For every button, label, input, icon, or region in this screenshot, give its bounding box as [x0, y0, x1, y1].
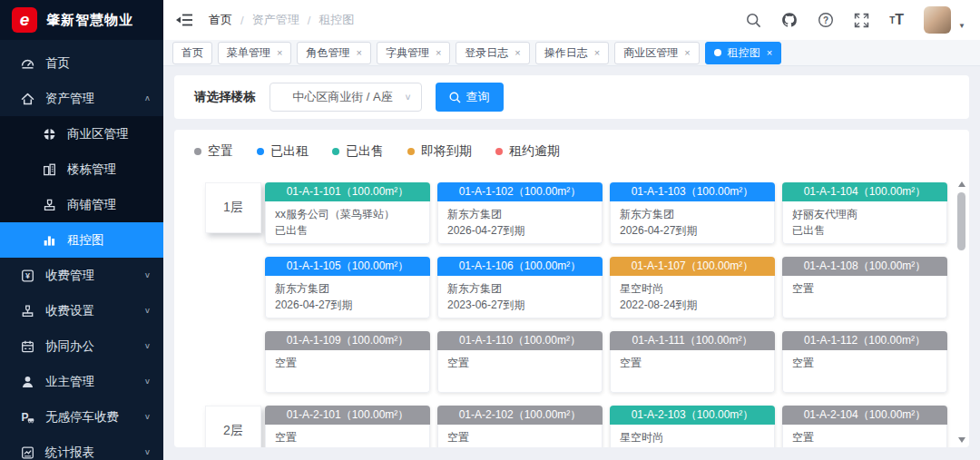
- legend-label: 租约逾期: [509, 143, 560, 160]
- sidebar-item-label: 协同办公: [45, 338, 144, 355]
- room-card-header: 01-A-1-111（100.00m²）: [610, 331, 775, 350]
- room-card[interactable]: 01-A-1-107（100.00m²）星空时尚2022-08-24到期: [610, 257, 775, 318]
- room-card[interactable]: 01-A-1-109（100.00m²）空置: [265, 331, 430, 393]
- room-card[interactable]: 01-A-2-102（100.00m²）空置: [437, 406, 603, 447]
- svg-text:?: ?: [823, 15, 828, 25]
- room-tenant: 空置: [792, 429, 937, 445]
- legend-item-overdue: 租约逾期: [495, 143, 560, 160]
- tab-close-icon[interactable]: ×: [277, 48, 282, 58]
- room-card[interactable]: 01-A-1-106（100.00m²）新东方集团2023-06-27到期: [437, 257, 603, 318]
- panel-scrollbar[interactable]: [956, 181, 967, 443]
- rent-map-viewport: 1层01-A-1-101（100.00m²）xx服务公司（菜鸟驿站）已出售01-…: [192, 182, 951, 447]
- tab[interactable]: 角色管理×: [297, 42, 370, 64]
- sidebar-item[interactable]: P无感停车收费∨: [0, 399, 163, 435]
- room-card-header: 01-A-1-110（100.00m²）: [437, 331, 603, 350]
- room-tenant: 新东方集团: [275, 280, 420, 297]
- sidebar-item-label: 租控图: [67, 232, 151, 249]
- fullscreen-icon[interactable]: [854, 13, 869, 28]
- room-card[interactable]: 01-A-1-108（100.00m²）空置: [782, 257, 947, 318]
- room-card-header: 01-A-1-107（100.00m²）: [610, 257, 775, 276]
- sidebar-item-label: 无感停车收费: [45, 409, 144, 426]
- room-card[interactable]: 01-A-1-111（100.00m²）空置: [610, 331, 775, 393]
- room-card-body: 星空时尚2022-08-24到期: [610, 276, 775, 318]
- sidebar-item[interactable]: 首页: [0, 45, 163, 81]
- sidebar-item-label: 收费设置: [45, 303, 144, 319]
- query-button[interactable]: 查询: [436, 83, 504, 112]
- room-card-body: 空置: [610, 350, 775, 393]
- font-size-icon[interactable]: TT: [889, 12, 904, 28]
- breadcrumb-item: 租控图: [318, 12, 354, 28]
- search-icon[interactable]: [746, 13, 761, 28]
- room-card[interactable]: 01-A-1-104（100.00m²）好丽友代理商已出售: [782, 182, 947, 244]
- tab[interactable]: 字典管理×: [377, 42, 450, 64]
- tab-close-icon[interactable]: ×: [767, 48, 772, 58]
- room-card[interactable]: 01-A-1-101（100.00m²）xx服务公司（菜鸟驿站）已出售: [265, 182, 430, 244]
- room-tenant: 新东方集团: [447, 206, 593, 222]
- scrollbar-thumb[interactable]: [957, 192, 965, 250]
- room-card-body: 新东方集团2026-04-27到期: [265, 276, 430, 318]
- room-tenant: 空置: [275, 429, 420, 445]
- sidebar-item[interactable]: 业主管理∨: [0, 364, 163, 399]
- legend-dot-rented: [257, 148, 264, 155]
- room-card[interactable]: 01-A-1-103（100.00m²）新东方集团2026-04-27到期: [610, 182, 775, 244]
- tab[interactable]: 首页: [172, 42, 212, 64]
- room-card[interactable]: 01-A-1-112（100.00m²）空置: [782, 331, 947, 393]
- floor-group: 1层01-A-1-101（100.00m²）xx服务公司（菜鸟驿站）已出售01-…: [192, 182, 951, 393]
- floor-label: 2层: [205, 406, 261, 447]
- sidebar-item-label: 商铺管理: [67, 197, 151, 213]
- tab[interactable]: 菜单管理×: [218, 42, 291, 64]
- sidebar-item-label: 业主管理: [45, 374, 144, 390]
- sidebar-item-label: 楼栋管理: [67, 161, 151, 178]
- tab-close-icon[interactable]: ×: [594, 48, 600, 58]
- sidebar-item[interactable]: 资产管理∧: [0, 81, 163, 116]
- room-card-header: 01-A-1-101（100.00m²）: [265, 182, 430, 201]
- tab[interactable]: 商业区管理×: [614, 42, 699, 64]
- github-icon[interactable]: [781, 12, 798, 28]
- tab[interactable]: 登录日志×: [456, 42, 529, 64]
- chevron-down-icon: ∨: [144, 413, 151, 421]
- scroll-down-arrow-icon[interactable]: [958, 437, 965, 443]
- scroll-up-arrow-icon[interactable]: [958, 181, 965, 187]
- calendar-icon: [20, 339, 35, 354]
- building-select[interactable]: 中心区商业街 / A座 ∨: [270, 83, 422, 112]
- sidebar-item[interactable]: ¥收费管理∨: [0, 258, 163, 293]
- room-card[interactable]: 01-A-1-102（100.00m²）新东方集团2026-04-27到期: [437, 182, 603, 244]
- tab[interactable]: 租控图×: [705, 42, 781, 64]
- sidebar-item[interactable]: 统计报表∨: [0, 435, 163, 460]
- sidebar-item[interactable]: 租控图: [0, 222, 163, 258]
- room-card[interactable]: 01-A-2-101（100.00m²）空置: [265, 406, 430, 447]
- user-avatar[interactable]: [924, 6, 951, 34]
- chevron-up-icon: ∧: [144, 94, 151, 103]
- building-select-label: 请选择楼栋: [194, 89, 256, 105]
- tab-close-icon[interactable]: ×: [356, 48, 361, 58]
- breadcrumb-separator: /: [240, 14, 244, 27]
- floors-list: 1层01-A-1-101（100.00m²）xx服务公司（菜鸟驿站）已出售01-…: [192, 182, 951, 447]
- sidebar-collapse-icon[interactable]: [176, 14, 192, 26]
- room-card[interactable]: 01-A-2-103（100.00m²）星空时尚: [610, 406, 775, 447]
- legend-label: 已出售: [346, 143, 384, 160]
- sidebar-item[interactable]: 楼栋管理: [0, 152, 163, 187]
- room-tenant: 空置: [275, 355, 420, 371]
- floor-label-column: 2层: [192, 406, 265, 447]
- sidebar-item[interactable]: 商业区管理: [0, 116, 163, 152]
- tab[interactable]: 操作日志×: [535, 42, 609, 64]
- user-icon: [20, 375, 35, 389]
- tab-label: 登录日志: [465, 45, 508, 61]
- tab-close-icon[interactable]: ×: [436, 48, 441, 58]
- room-card[interactable]: 01-A-1-110（100.00m²）空置: [437, 331, 603, 393]
- room-status-text: 已出售: [275, 222, 420, 239]
- tab-close-icon[interactable]: ×: [514, 48, 520, 58]
- room-card-header: 01-A-2-102（100.00m²）: [437, 406, 603, 425]
- help-icon[interactable]: ?: [818, 12, 834, 28]
- sidebar-item[interactable]: 收费设置∨: [0, 293, 163, 328]
- room-tenant: 空置: [792, 355, 937, 371]
- app-logo: e 肇新智慧物业: [0, 0, 163, 40]
- sidebar-item[interactable]: 协同办公∨: [0, 328, 163, 364]
- room-card[interactable]: 01-A-2-104（100.00m²）空置: [782, 406, 947, 447]
- breadcrumb-item[interactable]: 首页: [209, 12, 232, 28]
- tab-close-icon[interactable]: ×: [684, 48, 690, 58]
- room-card[interactable]: 01-A-1-105（100.00m²）新东方集团2026-04-27到期: [265, 257, 430, 318]
- sidebar-item[interactable]: 商铺管理: [0, 187, 163, 222]
- legend-item-rented: 已出租: [257, 143, 309, 160]
- breadcrumb: 首页/资产管理/租控图: [209, 12, 746, 28]
